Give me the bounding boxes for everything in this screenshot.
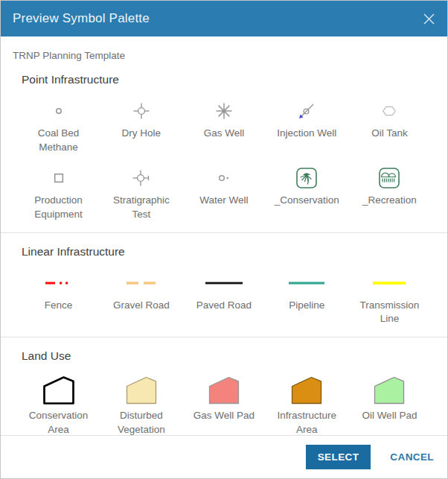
symbol-item-infrastructure-area: Infrastructure Area: [266, 373, 348, 435]
section-heading-landuse: Land Use: [22, 349, 447, 363]
conservation-point-icon: [293, 165, 320, 191]
dialog-body: TRNP Planning Template Point Infrastruct…: [1, 37, 447, 435]
symbol-label: Gas Well Pad: [193, 409, 255, 423]
symbol-item-gas-well: Gas Well: [182, 97, 265, 155]
transmission-line-icon: [367, 270, 412, 296]
preview-symbol-palette-dialog: Preview Symbol Palette TRNP Planning Tem…: [0, 0, 448, 479]
production-equipment-icon: [45, 165, 72, 191]
symbol-item-transmission-line: Transmission Line: [348, 269, 431, 327]
symbol-item-conservation: _Conservation: [266, 164, 348, 222]
section-linear-infrastructure: Linear Infrastructure Fence: [1, 245, 447, 327]
symbol-item-recreation: _Recreation: [348, 164, 431, 222]
symbol-item-disturbed-vegetation: Disturbed Vegetation: [100, 373, 182, 435]
symbol-item-dry-hole: Dry Hole: [100, 97, 182, 155]
landuse-symbol-grid: Conservation Area Disturbed Vegetation: [1, 373, 447, 435]
symbol-item-pipeline: Pipeline: [266, 269, 348, 327]
dry-hole-icon: [128, 98, 155, 124]
symbol-item-paved-road: Paved Road: [182, 269, 265, 327]
symbol-label: Paved Road: [196, 299, 252, 313]
symbol-item-fence: Fence: [17, 269, 100, 327]
symbol-label: Gravel Road: [113, 299, 170, 313]
symbol-item-gravel-road: Gravel Road: [100, 269, 182, 327]
template-name: TRNP Planning Template: [13, 50, 435, 61]
symbol-label: Coal Bed Methane: [20, 127, 97, 155]
water-well-icon: [211, 165, 237, 191]
coal-bed-methane-icon: [45, 98, 72, 124]
symbol-label: Injection Well: [277, 127, 336, 141]
dialog-footer: SELECT CANCEL: [1, 435, 447, 478]
symbol-label: Infrastructure Area: [268, 409, 345, 435]
symbol-item-production-equipment: Production Equipment: [17, 164, 100, 222]
conservation-area-polygon-icon: [42, 375, 75, 405]
section-heading-linear: Linear Infrastructure: [22, 245, 447, 258]
symbol-item-injection-well: Injection Well: [266, 97, 348, 155]
symbol-label: Production Equipment: [20, 194, 97, 222]
stratigraphic-test-icon: [128, 165, 155, 191]
section-heading-point: Point Infrastructure: [22, 73, 447, 86]
section-divider: [1, 337, 447, 337]
symbol-label: Oil Well Pad: [362, 409, 417, 423]
oil-tank-icon: [376, 98, 403, 124]
close-icon[interactable]: [422, 12, 435, 25]
symbol-label: Transmission Line: [351, 299, 428, 327]
gas-well-icon: [211, 98, 237, 124]
disturbed-vegetation-polygon-icon: [125, 375, 158, 405]
symbol-label: Pipeline: [289, 299, 324, 313]
symbol-item-coal-bed-methane: Coal Bed Methane: [17, 97, 100, 155]
symbol-item-stratigraphic-test: Stratigraphic Test: [100, 164, 182, 222]
gravel-road-line-icon: [119, 270, 164, 296]
dialog-header: Preview Symbol Palette: [1, 1, 447, 37]
point-symbol-grid: Coal Bed Methane Dry Hole: [1, 97, 447, 222]
section-point-infrastructure: Point Infrastructure Coal Bed Methane: [1, 73, 447, 222]
injection-well-icon: [293, 98, 320, 124]
symbol-label: Water Well: [199, 194, 248, 208]
cancel-button[interactable]: CANCEL: [390, 451, 434, 463]
symbol-item-conservation-area: Conservation Area: [17, 373, 100, 435]
dialog-title: Preview Symbol Palette: [13, 11, 150, 26]
oil-well-pad-polygon-icon: [373, 375, 406, 405]
select-button[interactable]: SELECT: [306, 445, 371, 469]
symbol-item-oil-tank: Oil Tank: [348, 97, 431, 155]
symbol-label: _Recreation: [362, 194, 417, 208]
linear-symbol-grid: Fence Gravel Road: [1, 269, 447, 327]
section-divider: [1, 232, 447, 233]
symbol-label: Oil Tank: [371, 127, 408, 141]
fence-line-icon: [36, 270, 81, 296]
symbol-label: Stratigraphic Test: [103, 194, 180, 222]
symbol-label: _Conservation: [275, 194, 339, 208]
infrastructure-area-polygon-icon: [290, 375, 323, 405]
paved-road-line-icon: [202, 270, 246, 296]
symbol-label: Fence: [45, 299, 73, 313]
recreation-point-icon: [376, 165, 403, 191]
section-land-use: Land Use Conservation Area: [1, 349, 447, 435]
symbol-label: Disturbed Vegetation: [103, 409, 180, 435]
gas-well-pad-polygon-icon: [208, 375, 240, 405]
symbol-label: Conservation Area: [20, 409, 97, 435]
symbol-item-water-well: Water Well: [182, 164, 265, 222]
pipeline-line-icon: [284, 270, 329, 296]
symbol-label: Dry Hole: [122, 127, 161, 141]
symbol-item-oil-well-pad: Oil Well Pad: [348, 373, 431, 435]
symbol-label: Gas Well: [204, 127, 245, 141]
symbol-item-gas-well-pad: Gas Well Pad: [182, 373, 265, 435]
